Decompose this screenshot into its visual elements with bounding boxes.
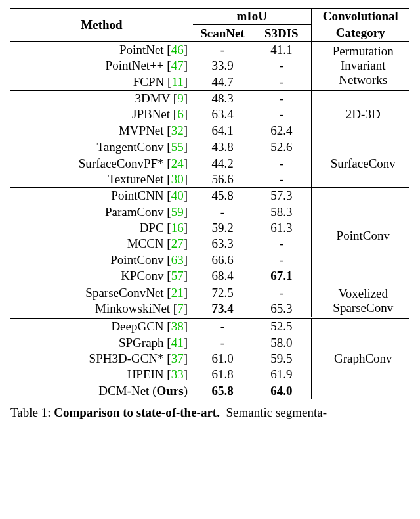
header-category-top: Convolutional	[311, 9, 410, 25]
scannet-cell: 45.8	[193, 188, 252, 204]
method-cell: SPGraph [41]	[10, 335, 193, 351]
header-s3dis: S3DIS	[252, 25, 311, 41]
citation-ref[interactable]: 24	[171, 156, 184, 170]
method-cell: PointCNN [40]	[10, 188, 193, 204]
scannet-cell: 63.4	[193, 106, 252, 122]
scannet-cell: 59.2	[193, 220, 252, 236]
citation-ref[interactable]: 40	[171, 189, 184, 202]
citation-ref[interactable]: 6	[177, 107, 184, 121]
citation-ref[interactable]: 21	[171, 286, 184, 300]
method-cell: ParamConv [59]	[10, 204, 193, 220]
scannet-cell: 56.6	[193, 171, 252, 188]
scannet-cell: 68.4	[193, 268, 252, 284]
method-cell: DCM-Net (Ours)	[10, 383, 193, 399]
category-cell: PointConv	[311, 188, 410, 284]
table-row: SparseConvNet [21]72.5-Voxelized SparseC…	[10, 284, 410, 301]
citation-ref[interactable]: 63	[171, 253, 184, 267]
citation-ref[interactable]: 30	[171, 172, 184, 186]
citation-ref[interactable]: 46	[171, 43, 184, 56]
s3dis-cell: 61.9	[252, 367, 311, 382]
method-cell: PointConv [63]	[10, 252, 193, 268]
s3dis-cell: 57.3	[252, 188, 311, 204]
s3dis-cell: -	[252, 171, 311, 188]
method-cell: PointNet++ [47]	[10, 58, 193, 74]
citation-ref[interactable]: 7	[177, 302, 184, 315]
method-cell: KPConv [57]	[10, 268, 193, 284]
scannet-cell: 65.8	[193, 383, 252, 399]
s3dis-cell: 52.6	[252, 139, 311, 156]
category-cell: GraphConv	[311, 318, 410, 399]
category-cell: SurfaceConv	[311, 139, 410, 188]
method-cell: DPC [16]	[10, 220, 193, 236]
scannet-cell: 44.2	[193, 155, 252, 171]
s3dis-cell: -	[252, 236, 311, 252]
citation-ref[interactable]: 9	[177, 91, 184, 105]
method-cell: TangentConv [55]	[10, 139, 193, 156]
table-row: TangentConv [55]43.852.6SurfaceConv	[10, 139, 410, 156]
method-cell: SurfaceConvPF* [24]	[10, 155, 193, 171]
citation-ref[interactable]: 37	[171, 351, 184, 365]
category-cell: Permutation Invariant Networks	[311, 41, 410, 90]
scannet-cell: 61.8	[193, 367, 252, 382]
scannet-cell: 66.6	[193, 252, 252, 268]
citation-ref[interactable]: 16	[171, 221, 184, 235]
scannet-cell: -	[193, 318, 252, 335]
citation-ref[interactable]: 47	[171, 58, 184, 72]
header-scannet: ScanNet	[193, 25, 252, 41]
scannet-cell: -	[193, 41, 252, 58]
s3dis-cell: 64.0	[252, 383, 311, 399]
category-cell: Voxelized SparseConv	[311, 284, 410, 318]
scannet-cell: -	[193, 204, 252, 220]
table-row: DeepGCN [38]-52.5GraphConv	[10, 318, 410, 335]
s3dis-cell: 67.1	[252, 268, 311, 284]
citation-ref[interactable]: 55	[171, 140, 184, 154]
s3dis-cell: -	[252, 58, 311, 74]
method-cell: MCCN [27]	[10, 236, 193, 252]
table-row: PointNet [46]-41.1Permutation Invariant …	[10, 41, 410, 58]
method-cell: HPEIN [33]	[10, 367, 193, 382]
method-cell: JPBNet [6]	[10, 106, 193, 122]
citation-ref[interactable]: 38	[171, 319, 184, 333]
header-miou: mIoU	[193, 9, 311, 25]
s3dis-cell: -	[252, 155, 311, 171]
citation-ref[interactable]: 11	[171, 75, 183, 89]
citation-ref[interactable]: 32	[171, 124, 184, 137]
s3dis-cell: -	[252, 74, 311, 91]
s3dis-cell: -	[252, 284, 311, 301]
method-cell: PointNet [46]	[10, 41, 193, 58]
s3dis-cell: 41.1	[252, 41, 311, 58]
citation-ref[interactable]: 59	[171, 205, 184, 219]
method-cell: 3DMV [9]	[10, 90, 193, 106]
results-table: Method mIoU Convolutional ScanNet S3DIS …	[10, 8, 410, 399]
s3dis-cell: -	[252, 106, 311, 122]
category-cell: 2D-3D	[311, 90, 410, 139]
method-cell: TextureNet [30]	[10, 171, 193, 188]
scannet-cell: 63.3	[193, 236, 252, 252]
method-cell: SPH3D-GCN* [37]	[10, 351, 193, 367]
s3dis-cell: -	[252, 90, 311, 106]
citation-ref[interactable]: 41	[171, 336, 184, 350]
scannet-cell: 33.9	[193, 58, 252, 74]
table-row: 3DMV [9]48.3-2D-3D	[10, 90, 410, 106]
citation-ref[interactable]: 33	[171, 367, 184, 381]
header-category-bottom: Category	[311, 25, 410, 41]
citation-ref[interactable]: 27	[171, 237, 184, 250]
scannet-cell: 64.1	[193, 123, 252, 139]
s3dis-cell: 65.3	[252, 301, 311, 318]
method-cell: MVPNet [32]	[10, 123, 193, 139]
scannet-cell: -	[193, 335, 252, 351]
scannet-cell: 72.5	[193, 284, 252, 301]
s3dis-cell: 58.0	[252, 335, 311, 351]
s3dis-cell: -	[252, 252, 311, 268]
scannet-cell: 48.3	[193, 90, 252, 106]
scannet-cell: 43.8	[193, 139, 252, 156]
method-cell: FCPN [11]	[10, 74, 193, 91]
method-cell: MinkowskiNet [7]	[10, 301, 193, 318]
citation-ref[interactable]: 57	[171, 269, 184, 282]
scannet-cell: 44.7	[193, 74, 252, 91]
caption-title: Comparison to state-of-the-art.	[54, 405, 220, 419]
method-cell: DeepGCN [38]	[10, 318, 193, 335]
scannet-cell: 61.0	[193, 351, 252, 367]
caption-rest: Semantic segmenta-	[226, 405, 327, 419]
s3dis-cell: 61.3	[252, 220, 311, 236]
